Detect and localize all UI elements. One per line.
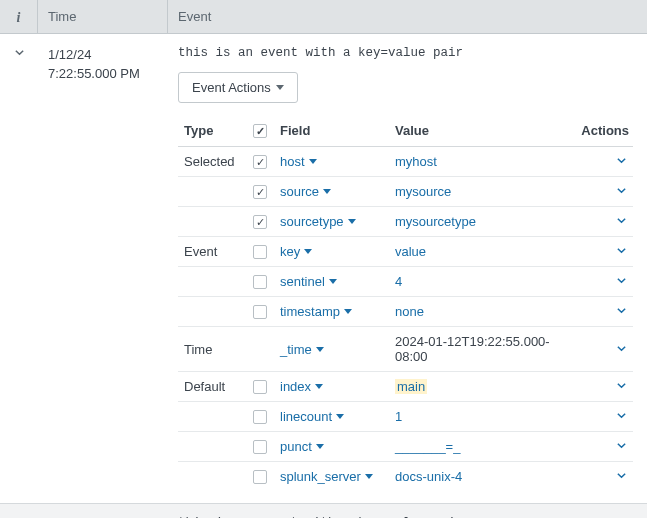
actions-cell	[573, 207, 633, 237]
field-cell: splunk_server	[274, 462, 389, 492]
col-header-time[interactable]: Time	[38, 0, 168, 33]
field-value[interactable]: 1	[395, 409, 402, 424]
field-link[interactable]: linecount	[280, 409, 344, 424]
event-actions-button[interactable]: Event Actions	[178, 72, 298, 103]
row-actions-icon[interactable]	[616, 379, 627, 394]
actions-cell	[573, 402, 633, 432]
row-actions-icon[interactable]	[616, 409, 627, 424]
field-value[interactable]: docs-unix-4	[395, 469, 462, 484]
field-link[interactable]: host	[280, 154, 317, 169]
check-cell	[246, 207, 274, 237]
field-name: timestamp	[280, 304, 340, 319]
field-value[interactable]: mysourcetype	[395, 214, 476, 229]
table-row: Eventkeyvalue	[178, 237, 633, 267]
field-checkbox[interactable]	[253, 410, 267, 424]
check-cell	[246, 462, 274, 492]
field-cell: source	[274, 177, 389, 207]
row-actions-icon[interactable]	[616, 342, 627, 357]
caret-down-icon	[329, 279, 337, 284]
field-name: punct	[280, 439, 312, 454]
field-name: _time	[280, 342, 312, 357]
caret-down-icon	[316, 444, 324, 449]
event-raw: this is an event with a key=value pair	[178, 46, 633, 60]
caret-down-icon	[315, 384, 323, 389]
field-value: 2024-01-12T19:22:55.000-08:00	[395, 334, 550, 364]
field-link[interactable]: punct	[280, 439, 324, 454]
actions-cell	[573, 237, 633, 267]
field-cell: linecount	[274, 402, 389, 432]
field-cell: index	[274, 372, 389, 402]
row-actions-icon[interactable]	[616, 214, 627, 229]
actions-cell	[573, 372, 633, 402]
row-actions-icon[interactable]	[616, 304, 627, 319]
event-time: 1/12/24 7:12:02.000 PM	[38, 504, 168, 518]
field-checkbox[interactable]	[253, 380, 267, 394]
value-cell: mysource	[389, 177, 573, 207]
th-check	[246, 117, 274, 147]
field-checkbox[interactable]	[253, 275, 267, 289]
check-cell	[246, 237, 274, 267]
field-value[interactable]: main	[395, 379, 427, 394]
type-cell	[178, 432, 246, 462]
table-row: punct_______=_	[178, 432, 633, 462]
row-actions-icon[interactable]	[616, 274, 627, 289]
field-checkbox[interactable]	[253, 155, 267, 169]
value-cell: docs-unix-4	[389, 462, 573, 492]
field-link[interactable]: sentinel	[280, 274, 337, 289]
row-actions-icon[interactable]	[616, 469, 627, 484]
value-cell: 1	[389, 402, 573, 432]
field-checkbox[interactable]	[253, 215, 267, 229]
field-link[interactable]: source	[280, 184, 331, 199]
field-link[interactable]: sourcetype	[280, 214, 356, 229]
field-cell: sourcetype	[274, 207, 389, 237]
event-actions-label: Event Actions	[192, 80, 271, 95]
row-actions-icon[interactable]	[616, 244, 627, 259]
field-value[interactable]: myhost	[395, 154, 437, 169]
actions-cell	[573, 177, 633, 207]
field-cell: _time	[274, 327, 389, 372]
check-cell	[246, 432, 274, 462]
event-time: 1/12/24 7:22:55.000 PM	[38, 34, 168, 503]
expand-toggle-icon[interactable]	[14, 46, 25, 61]
field-value[interactable]: _______=_	[395, 439, 460, 454]
select-all-checkbox[interactable]	[253, 124, 267, 138]
field-value[interactable]: 4	[395, 274, 402, 289]
row-actions-icon[interactable]	[616, 439, 627, 454]
type-cell	[178, 207, 246, 237]
field-link[interactable]: splunk_server	[280, 469, 373, 484]
check-cell	[246, 402, 274, 432]
type-cell: Default	[178, 372, 246, 402]
table-row: timestampnone	[178, 297, 633, 327]
field-checkbox[interactable]	[253, 245, 267, 259]
table-row: Selectedhostmyhost	[178, 147, 633, 177]
field-link[interactable]: index	[280, 379, 323, 394]
row-actions-icon[interactable]	[616, 184, 627, 199]
type-cell	[178, 177, 246, 207]
field-cell: host	[274, 147, 389, 177]
field-link[interactable]: timestamp	[280, 304, 352, 319]
field-link[interactable]: key	[280, 244, 312, 259]
col-header-event[interactable]: Event	[168, 9, 647, 24]
field-value[interactable]: mysource	[395, 184, 451, 199]
value-cell: mysourcetype	[389, 207, 573, 237]
field-value[interactable]: value	[395, 244, 426, 259]
field-name: host	[280, 154, 305, 169]
caret-down-icon	[309, 159, 317, 164]
field-name: sourcetype	[280, 214, 344, 229]
field-checkbox[interactable]	[253, 305, 267, 319]
field-checkbox[interactable]	[253, 440, 267, 454]
info-icon: i	[17, 10, 21, 26]
field-checkbox[interactable]	[253, 185, 267, 199]
field-name: linecount	[280, 409, 332, 424]
table-row: sentinel4	[178, 267, 633, 297]
field-value[interactable]: none	[395, 304, 424, 319]
actions-cell	[573, 327, 633, 372]
field-cell: timestamp	[274, 297, 389, 327]
field-link[interactable]: _time	[280, 342, 324, 357]
row-actions-icon[interactable]	[616, 154, 627, 169]
caret-down-icon	[323, 189, 331, 194]
field-checkbox[interactable]	[253, 470, 267, 484]
th-field: Field	[274, 117, 389, 147]
event-date: 1/12/24	[48, 46, 162, 65]
value-cell: main	[389, 372, 573, 402]
